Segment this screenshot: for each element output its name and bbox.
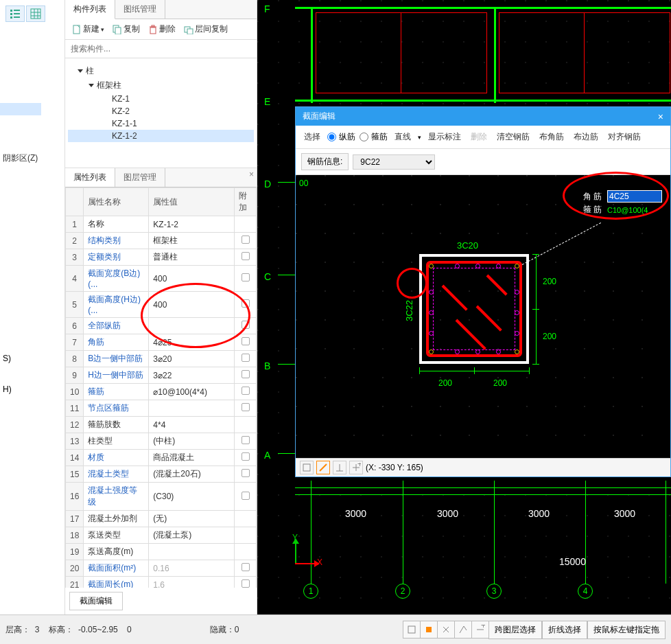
svg-rect-14 — [150, 27, 156, 34]
snap-mid-icon[interactable] — [316, 461, 330, 474]
prop-row[interactable]: 3定额类别普通柱 — [66, 249, 257, 266]
svg-rect-23 — [303, 464, 310, 471]
snap-endpoint-icon[interactable] — [300, 461, 314, 474]
tab-drawings[interactable]: 图纸管理 — [115, 0, 165, 19]
svg-rect-6 — [31, 9, 40, 19]
axis-bubble-4: 4 — [578, 584, 593, 599]
tab-prop-list[interactable]: 属性列表 — [65, 168, 115, 187]
prop-row[interactable]: 14材质商品混凝土 — [66, 450, 257, 466]
prop-row[interactable]: 10箍筋⌀10@100(4*4) — [66, 384, 257, 400]
cross-layer-select-button[interactable]: 跨图层选择 — [488, 621, 542, 639]
prop-row[interactable]: 17混凝土外加剂(无) — [66, 511, 257, 527]
prop-row[interactable]: 13柱类型(中柱) — [66, 433, 257, 450]
polyline-select-button[interactable]: 折线选择 — [542, 621, 587, 639]
layer-copy-button[interactable]: 层间复制 — [181, 22, 231, 36]
shadow-zone-label: 阴影区(Z) — [3, 152, 38, 164]
svg-rect-13 — [115, 27, 121, 34]
tree-item-kz1[interactable]: KZ-1 — [68, 93, 254, 105]
svg-rect-31 — [426, 627, 432, 632]
dim-00: 00 — [299, 179, 308, 188]
prop-row[interactable]: 21截面周长(m)1.6 — [66, 577, 257, 588]
radio-longitudinal[interactable]: 纵筋 — [327, 131, 355, 143]
prop-row[interactable]: 12箍筋肢数4*4 — [66, 417, 257, 433]
dim-w-200a: 200 — [438, 378, 452, 388]
tree-frame-column[interactable]: 框架柱 — [68, 78, 254, 93]
prop-row[interactable]: 4截面宽度(B边)(...400 — [66, 266, 257, 292]
prop-row[interactable]: 18泵送类型(混凝土泵) — [66, 527, 257, 544]
new-button[interactable]: 新建▾ — [69, 22, 107, 36]
tool-clear[interactable]: 清空钢筋 — [494, 130, 532, 144]
close-icon[interactable]: × — [249, 170, 254, 179]
delete-button[interactable]: 删除 — [145, 22, 178, 36]
floor-height-label: 层高： — [5, 625, 30, 634]
svg-text:+: + — [357, 463, 361, 469]
row-label-f: F — [264, 3, 270, 14]
prop-row[interactable]: 5截面高度(H边)(...400 — [66, 292, 257, 318]
tree-root-column[interactable]: 柱 — [68, 64, 254, 78]
row-label-c: C — [264, 271, 271, 282]
sb-snap-icon-1[interactable] — [403, 621, 421, 639]
prop-row[interactable]: 8B边一侧中部筋3⌀20 — [66, 351, 257, 367]
tab-layer-mgmt[interactable]: 图层管理 — [115, 168, 165, 187]
svg-rect-18 — [187, 29, 193, 34]
svg-rect-30 — [408, 626, 415, 633]
prop-row[interactable]: 2结构类别框架柱 — [66, 233, 257, 249]
section-edit-button[interactable]: 截面编辑 — [69, 592, 123, 610]
tab-components[interactable]: 构件列表 — [65, 0, 115, 19]
search-input[interactable] — [67, 41, 255, 56]
property-table: 属性名称 属性值 附加 1名称KZ-1-22结构类别框架柱3定额类别普通柱4截面… — [65, 187, 257, 588]
snap-perp-icon[interactable] — [333, 461, 346, 474]
rebar-info-row: 钢筋信息: 9C22 — [296, 149, 670, 175]
prop-row[interactable]: 1名称KZ-1-2 — [66, 216, 257, 233]
tool-select[interactable]: 选择 — [301, 130, 323, 144]
prop-row[interactable]: 6全部纵筋 — [66, 318, 257, 334]
dialog-toolbar: 选择 纵筋 箍筋 直线▾ 显示标注 删除 清空钢筋 布角筋 布边筋 对齐钢筋 — [296, 126, 670, 149]
dialog-close-icon[interactable]: × — [658, 111, 663, 122]
svg-rect-2 — [10, 13, 12, 15]
tree-item-kz2[interactable]: KZ-2 — [68, 105, 254, 117]
list-view-icon[interactable] — [5, 5, 25, 22]
tool-align[interactable]: 对齐钢筋 — [605, 130, 644, 144]
svg-rect-5 — [14, 16, 20, 18]
tool-show-dim[interactable]: 显示标注 — [425, 130, 464, 144]
floor-height-value: 3 — [35, 625, 40, 634]
dialog-title-text: 截面编辑 — [303, 111, 336, 122]
total-dim: 15000 — [559, 556, 586, 567]
snap-intersect-icon[interactable]: + — [349, 461, 363, 474]
dialog-titlebar[interactable]: 截面编辑 × — [296, 107, 670, 126]
sb-snap-icon-2[interactable] — [420, 621, 438, 639]
sb-snap-icon-4[interactable] — [454, 621, 472, 639]
prop-row[interactable]: 15混凝土类型(混凝土20石) — [66, 466, 257, 483]
radio-stirrup[interactable]: 箍筋 — [360, 131, 388, 143]
prop-row[interactable]: 7角筋4⌀25 — [66, 334, 257, 351]
tool-line[interactable]: 直线 — [392, 130, 414, 144]
sb-snap-icon-5[interactable]: + — [471, 621, 489, 639]
prop-row[interactable]: 20截面面积(m²)0.16 — [66, 560, 257, 577]
float-corner-input[interactable] — [607, 190, 662, 203]
status-bar: 层高： 3 标高： -0.05~2.95 0 隐藏：0 + 跨图层选择 折线选择… — [0, 614, 671, 644]
span-dim-2: 3000 — [437, 508, 458, 519]
tool-edge-bar[interactable]: 布边筋 — [571, 130, 601, 144]
copy-button[interactable]: 复制 — [110, 22, 143, 36]
span-dim-4: 3000 — [614, 508, 635, 519]
prop-row[interactable]: 19泵送高度(m) — [66, 544, 257, 560]
tool-corner-bar[interactable]: 布角筋 — [537, 130, 567, 144]
tree-item-kz11[interactable]: KZ-1-1 — [68, 117, 254, 130]
section-canvas[interactable]: 00 — [296, 175, 670, 458]
s-label: S) — [3, 354, 11, 363]
tool-delete[interactable]: 删除 — [468, 130, 490, 144]
hidden-value: 0 — [235, 625, 239, 634]
sb-snap-icon-3[interactable] — [437, 621, 455, 639]
rebar-info-select[interactable]: 9C22 — [353, 154, 435, 170]
hidden-label: 隐藏： — [210, 625, 235, 634]
tree-item-kz12[interactable]: KZ-1-2 — [68, 130, 254, 142]
span-dim-1: 3000 — [345, 508, 366, 519]
section-outline — [419, 254, 529, 364]
prop-row[interactable]: 16混凝土强度等级(C30) — [66, 483, 257, 511]
prop-row[interactable]: 9H边一侧中部筋3⌀22 — [66, 367, 257, 384]
elevation-value: -0.05~2.95 — [78, 625, 118, 634]
prop-row[interactable]: 11节点区箍筋 — [66, 400, 257, 417]
grid-view-icon[interactable] — [26, 5, 45, 22]
row-label-d: D — [264, 179, 271, 189]
hint-text: 按鼠标左键指定拖 — [587, 621, 666, 639]
